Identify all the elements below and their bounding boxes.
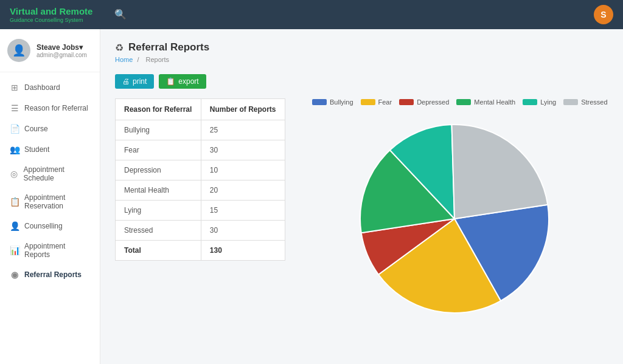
topnav: Virtual and Remote Guidance Counselling … [0,0,623,29]
pie-chart [351,115,558,322]
row-count-3: 20 [201,180,285,201]
legend-item-bullying: Bullying [312,98,353,106]
brand: Virtual and Remote Guidance Counselling … [10,6,92,24]
sidebar-item-appointment-schedule[interactable]: ◎Appointment Schedule [0,160,100,188]
legend-item-mental health: Mental Health [456,98,515,106]
row-count-5: 30 [201,221,285,241]
legend-item-depressed: Depressed [399,98,449,106]
total-value: 130 [201,241,285,261]
sidebar-icon-3: 👥 [10,145,19,154]
sidebar-icon-1: ☰ [10,103,19,113]
breadcrumb-current: Reports [146,56,170,63]
legend-color-2 [399,99,414,105]
sidebar-label-5: Appointment Reservation [24,193,90,210]
legend-color-4 [523,99,537,105]
sidebar-label-4: Appointment Schedule [24,165,90,182]
legend-label-4: Lying [540,98,556,106]
page-header: ♻ Referral Reports [115,41,608,53]
sidebar-icon-4: ◎ [10,169,19,179]
row-reason-3: Mental Health [116,180,201,201]
sidebar-label-8: Referral Reports [24,270,82,279]
row-reason-5: Stressed [116,221,201,241]
sidebar-item-appointment-reports[interactable]: 📊Appointment Reports [0,236,100,264]
table-row: Stressed30 [116,221,285,241]
sidebar-icon-6: 👤 [10,221,19,231]
page-title-icon: ♻ [115,42,124,53]
sidebar-item-dashboard[interactable]: ⊞Dashboard [0,77,100,98]
row-reason-0: Bullying [116,120,201,140]
sidebar-label-0: Dashboard [24,83,60,92]
pie-container [351,115,558,322]
row-count-4: 15 [201,201,285,221]
sidebar-icon-8: ◉ [10,270,19,280]
avatar[interactable]: S [594,5,613,24]
export-label: export [178,77,198,86]
legend-label-2: Depressed [417,98,449,106]
sidebar-label-6: Counselling [24,222,63,230]
table-row: Bullying25 [116,120,285,140]
total-label: Total [116,241,201,261]
sidebar-item-reason-for-referral[interactable]: ☰Reason for Referral [0,98,100,118]
sidebar-icon-5: 📋 [10,197,19,207]
sidebar-label-7: Appointment Reports [24,242,90,259]
legend-item-stressed: Stressed [563,98,607,106]
sidebar-icon-2: 📄 [10,124,19,134]
legend-color-1 [361,99,375,105]
legend-label-1: Fear [378,98,392,106]
sidebar-label-3: Student [24,145,49,154]
chart-legend: BullyingFearDepressedMental HealthLyingS… [312,98,608,106]
profile-email: admin@gmail.com [37,52,87,58]
sidebar-nav: ⊞Dashboard☰Reason for Referral📄Course👥St… [0,72,100,290]
brand-main: Virtual and Remote [10,6,92,17]
row-count-2: 10 [201,160,285,180]
sidebar-label-1: Reason for Referral [24,104,88,112]
export-icon: 📋 [166,77,175,86]
sidebar-item-appointment-reservation[interactable]: 📋Appointment Reservation [0,188,100,216]
legend-item-lying: Lying [523,98,556,106]
sidebar-label-2: Course [24,125,48,133]
report-table-wrapper: Reason for Referral Number of Reports Bu… [115,98,285,261]
sidebar-icon-0: ⊞ [10,83,19,92]
pie-segment-stressed [451,125,548,219]
chart-area: BullyingFearDepressedMental HealthLyingS… [300,98,608,322]
legend-label-0: Bullying [330,98,353,106]
report-table: Reason for Referral Number of Reports Bu… [115,98,285,261]
legend-label-5: Stressed [581,98,607,106]
legend-color-3 [456,99,471,105]
sidebar-item-student[interactable]: 👥Student [0,139,100,160]
print-icon: 🖨 [122,77,130,86]
sidebar-item-counselling[interactable]: 👤Counselling [0,216,100,236]
table-row: Lying15 [116,201,285,221]
legend-label-3: Mental Health [474,98,515,106]
col-reason-header: Reason for Referral [116,99,201,120]
toolbar: 🖨 print 📋 export [115,74,608,89]
breadcrumb: Home / Reports [115,56,608,63]
legend-color-0 [312,99,327,105]
profile-name: Steave Jobs▾ [37,43,87,52]
row-count-0: 25 [201,120,285,140]
table-row: Fear30 [116,140,285,160]
row-reason-1: Fear [116,140,201,160]
profile-info: Steave Jobs▾ admin@gmail.com [37,43,87,58]
table-row: Mental Health20 [116,180,285,201]
page-title: Referral Reports [128,41,209,53]
sidebar-item-referral-reports[interactable]: ◉Referral Reports [0,264,100,285]
sidebar-icon-7: 📊 [10,246,19,255]
topnav-right: S [594,5,613,24]
content-area: Reason for Referral Number of Reports Bu… [115,98,608,322]
search-button[interactable]: 🔍 [114,9,127,20]
print-button[interactable]: 🖨 print [115,74,154,89]
legend-color-5 [563,99,578,105]
sidebar-item-course[interactable]: 📄Course [0,118,100,139]
export-button[interactable]: 📋 export [159,74,206,89]
table-row: Depression10 [116,160,285,180]
row-count-1: 30 [201,140,285,160]
row-reason-4: Lying [116,201,201,221]
breadcrumb-sep: / [137,56,139,63]
main-content: ♻ Referral Reports Home / Reports 🖨 prin… [100,29,623,364]
col-count-header: Number of Reports [201,99,285,120]
breadcrumb-home[interactable]: Home [115,56,133,63]
total-row: Total130 [116,241,285,261]
profile-avatar: 👤 [7,39,30,62]
row-reason-2: Depression [116,160,201,180]
